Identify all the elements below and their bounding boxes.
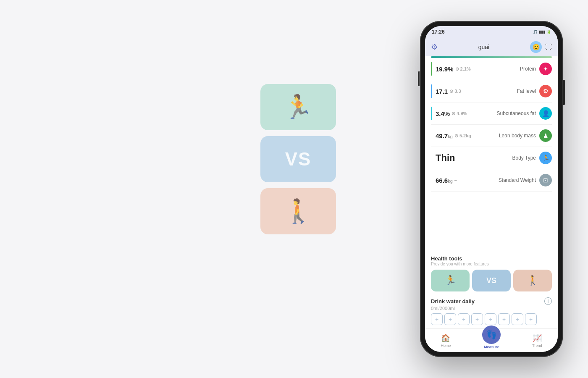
stdweight-bar <box>431 173 432 187</box>
expand-icon[interactable]: ⛶ <box>545 43 552 51</box>
vs-text: VS <box>285 149 312 170</box>
fat-label: Fat level <box>517 88 536 94</box>
metric-fat-level: 17.1 ⊙ 3.3 Fat level ⚙ <box>431 80 552 102</box>
protein-number: 19.9% <box>436 66 454 73</box>
fitness-card-icon: 🚶 <box>284 197 313 225</box>
water-cup-7[interactable]: + <box>512 313 523 325</box>
status-bar: 17:26 🎵 ▮▮▮ 🔋 <box>425 26 558 38</box>
lean-label: Lean body mass <box>499 133 536 139</box>
status-time: 17:26 <box>432 29 445 35</box>
lean-bar <box>431 129 432 142</box>
tool-vs-card[interactable]: VS <box>472 270 511 291</box>
trend-label: Trend <box>532 344 542 348</box>
phone-shell: 17:26 🎵 ▮▮▮ 🔋 ⚙ guai 😊 ⛶ <box>420 21 563 357</box>
avatar[interactable]: 😊 <box>530 41 542 53</box>
bodytype-value: Thin <box>436 152 512 163</box>
background-cards: 🏃 VS 🚶 <box>260 84 336 234</box>
water-info-icon[interactable]: i <box>544 297 552 305</box>
stdweight-number: 66.6kg <box>436 177 453 184</box>
bluetooth-icon: 🎵 <box>533 30 538 34</box>
health-tools-section: Health tools Provide you with more featu… <box>425 251 558 294</box>
nav-trend[interactable]: 📈 Trend <box>532 333 542 348</box>
phone-screen: 17:26 🎵 ▮▮▮ 🔋 ⚙ guai 😊 ⛶ <box>425 26 558 352</box>
lean-value: 49.7kg ⊙ 5.2kg <box>436 132 499 139</box>
water-cup-8[interactable]: + <box>525 313 537 325</box>
protein-bar <box>431 62 432 76</box>
settings-icon[interactable]: ⚙ <box>431 42 438 52</box>
fat-sub: ⊙ 3.3 <box>449 89 461 94</box>
stdweight-value: 66.6kg – <box>436 177 499 184</box>
measure-icon: 👣 <box>486 330 497 340</box>
subcut-label: Subcutaneous fat <box>497 110 536 116</box>
metric-lean-mass: 49.7kg ⊙ 5.2kg Lean body mass ♟ <box>431 125 552 147</box>
battery-icon: 🔋 <box>546 30 551 34</box>
protein-sub: ⊙ 2.1% <box>455 66 471 72</box>
tool-body-card[interactable]: 🏃 <box>431 270 470 291</box>
stdweight-label: Standard Weight <box>499 177 536 183</box>
protein-icon-btn[interactable]: ✦ <box>539 63 552 75</box>
home-icon: 🏠 <box>441 333 450 343</box>
metric-protein: 19.9% ⊙ 2.1% Protein ✦ <box>431 58 552 80</box>
header-right: 😊 ⛶ <box>530 41 552 53</box>
metrics-list: 19.9% ⊙ 2.1% Protein ✦ 17.1 ⊙ 3.3 Fat le… <box>425 58 558 251</box>
status-icons: 🎵 ▮▮▮ 🔋 <box>533 30 551 34</box>
bodytype-label: Body Type <box>512 155 536 161</box>
stdweight-icon-btn[interactable]: ⊡ <box>539 174 552 186</box>
metric-std-weight: 66.6kg – Standard Weight ⊡ <box>431 169 552 192</box>
water-amount: 0ml/2000ml <box>431 306 552 311</box>
app-header: ⚙ guai 😊 ⛶ <box>425 38 558 56</box>
metric-subcut-fat: 3.4% ⊙ 4.9% Subcutaneous fat 👤 <box>431 102 552 125</box>
fat-icon-btn[interactable]: ⚙ <box>539 85 552 97</box>
subcut-value: 3.4% ⊙ 4.9% <box>436 110 497 117</box>
bodytype-bar <box>431 151 432 165</box>
body-card-icon: 🏃 <box>284 93 313 121</box>
nav-measure[interactable]: 👣 Measure <box>482 332 501 349</box>
lean-sub: ⊙ 5.2kg <box>454 133 471 139</box>
tool-fitness-card[interactable]: 🚶 <box>513 270 552 291</box>
water-cup-2[interactable]: + <box>444 313 456 325</box>
tools-row: 🏃 VS 🚶 <box>431 270 552 291</box>
protein-label: Protein <box>520 66 536 72</box>
water-cup-1[interactable]: + <box>431 313 443 325</box>
bg-card-fitness: 🚶 <box>260 188 336 234</box>
bottom-nav: 🏠 Home 👣 Measure 📈 Trend <box>425 328 558 352</box>
username-label: guai <box>478 44 489 50</box>
water-section: Drink water daily i 0ml/2000ml + + + + +… <box>425 294 558 328</box>
fat-number: 17.1 <box>436 88 448 95</box>
water-cup-3[interactable]: + <box>458 313 470 325</box>
lean-number: 49.7kg <box>436 132 453 139</box>
protein-value: 19.9% ⊙ 2.1% <box>436 66 520 73</box>
measure-icon-circle: 👣 <box>482 326 501 344</box>
health-tools-subtitle: Provide you with more features <box>431 262 552 266</box>
nav-home[interactable]: 🏠 Home <box>441 333 451 348</box>
stdweight-dash: – <box>454 178 457 183</box>
water-cups: + + + + + + + + <box>431 313 552 325</box>
bodytype-icon-btn[interactable]: 🏃 <box>539 152 552 164</box>
fat-bar <box>431 84 432 98</box>
trend-icon: 📈 <box>533 333 542 343</box>
water-cup-4[interactable]: + <box>471 313 483 325</box>
subcut-bar <box>431 107 432 120</box>
subcut-sub: ⊙ 4.9% <box>452 111 467 116</box>
water-cup-6[interactable]: + <box>498 313 510 325</box>
water-cup-5[interactable]: + <box>485 313 496 325</box>
signal-icon: ▮▮▮ <box>539 30 545 34</box>
home-label: Home <box>441 344 451 348</box>
tool-vs-text: VS <box>486 276 496 285</box>
bg-card-body: 🏃 <box>260 84 336 130</box>
water-title: Drink water daily <box>431 298 475 304</box>
health-tools-title: Health tools <box>431 255 552 262</box>
bg-card-vs: VS <box>260 136 336 182</box>
phone-device: 17:26 🎵 ▮▮▮ 🔋 ⚙ guai 😊 ⛶ <box>420 21 563 357</box>
metric-body-type: Thin Body Type 🏃 <box>431 147 552 169</box>
measure-label: Measure <box>484 345 499 349</box>
subcut-number: 3.4% <box>436 110 450 117</box>
bodytype-text: Thin <box>436 152 455 163</box>
water-title-row: Drink water daily i <box>431 297 552 305</box>
fat-value: 17.1 ⊙ 3.3 <box>436 88 517 95</box>
lean-icon-btn[interactable]: ♟ <box>539 129 552 142</box>
subcut-icon-btn[interactable]: 👤 <box>539 107 552 120</box>
